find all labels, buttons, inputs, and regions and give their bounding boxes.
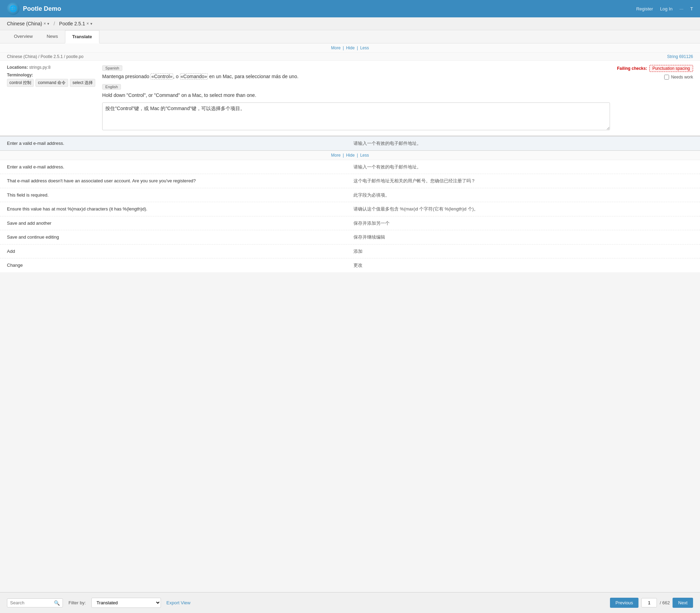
tab-news[interactable]: News — [40, 30, 65, 43]
failing-checks-label: Failing checks: — [617, 66, 647, 71]
tr-source-6: Add — [7, 248, 353, 255]
source-lang-tag: Spanish — [102, 65, 122, 71]
more-sep-1: | — [343, 45, 345, 50]
breadcrumb-bar: Chinese (China) × ▾ / Pootle 2.5.1 × ▾ — [0, 17, 700, 30]
more-link-1[interactable]: More — [331, 45, 341, 50]
location-row: Locations: strings.py:8 — [7, 65, 95, 70]
table-row: Add 添加 — [0, 245, 700, 259]
current-unit-row: Enter a valid e-mail address. 请输入一个有效的电子… — [0, 136, 700, 151]
user-initial: T — [690, 6, 693, 11]
tr-target-3: 请确认这个值最多包含 %(max)d 个字符(它有 %(length)d 个)。 — [353, 206, 693, 213]
hide-link-1[interactable]: Hide — [346, 45, 355, 50]
header-nav: Register Log In — T — [636, 6, 693, 11]
current-unit-target: 请输入一个有效的电子邮件地址。 — [353, 140, 693, 147]
more-link-2[interactable]: More — [331, 153, 341, 158]
project2-label: Pootle 2.5.1 — [59, 21, 85, 26]
table-row: Ensure this value has at most %(max)d ch… — [0, 202, 700, 216]
middle-panel: Spanish Mantenga presionado «Control», o… — [102, 65, 610, 131]
string-info-bar: Chinese (China) / Pootle 2.5.1 / pootle.… — [0, 53, 700, 61]
header: 🌐 Pootle Demo Register Log In — T — [0, 0, 700, 17]
content-area: More | Hide | Less Chinese (China) / Poo… — [0, 43, 700, 297]
needs-work-area: Needs work — [664, 75, 693, 80]
terminology-label: Terminology: — [7, 73, 33, 77]
less-link-1[interactable]: Less — [360, 45, 369, 50]
right-panel: Failing checks: Punctuation spacing Need… — [617, 65, 693, 131]
tr-source-1: That e-mail address doesn't have an asso… — [7, 177, 353, 184]
check-badge[interactable]: Punctuation spacing — [649, 65, 693, 72]
project1-label: Chinese (China) — [7, 21, 42, 26]
table-row: This field is required. 此字段为必填项。 — [0, 188, 700, 202]
current-unit-source: Enter a valid e-mail address. — [7, 140, 353, 147]
tr-source-7: Change — [7, 262, 353, 269]
tr-target-6: 添加 — [353, 248, 693, 255]
editor-inner: Locations: strings.py:8 Terminology: con… — [0, 61, 700, 135]
translation-list: Enter a valid e-mail address. 请输入一个有效的电子… — [0, 160, 700, 272]
left-panel: Locations: strings.py:8 Terminology: con… — [7, 65, 95, 131]
tr-target-2: 此字段为必填项。 — [353, 192, 693, 199]
term-tag-2: select 选择 — [70, 79, 95, 87]
table-row: Save and add another 保存并添加另一个 — [0, 216, 700, 231]
register-link[interactable]: Register — [636, 6, 653, 11]
highlight-control: «Control» — [150, 73, 173, 80]
table-row: Enter a valid e-mail address. 请输入一个有效的电子… — [0, 160, 700, 174]
project1-dropdown-icon[interactable]: ▾ — [47, 22, 49, 26]
tab-translate[interactable]: Translate — [65, 30, 99, 43]
project1-close-icon[interactable]: × — [43, 21, 46, 26]
location-label: Locations: — [7, 65, 28, 70]
more-sep-2: | — [357, 45, 359, 50]
table-row: Save and continue editing 保存并继续编辑 — [0, 230, 700, 245]
header-sep: — — [679, 7, 683, 11]
tr-target-1: 这个电子邮件地址无相关的用户帐号。您确信已经注册了吗？ — [353, 177, 693, 184]
tr-source-3: Ensure this value has at most %(max)d ch… — [7, 206, 353, 213]
breadcrumb-separator: / — [54, 21, 55, 26]
editor-area: Locations: strings.py:8 Terminology: con… — [0, 61, 700, 136]
more-sep-4: | — [357, 153, 359, 158]
logo: 🌐 Pootle Demo — [7, 2, 61, 15]
tr-source-5: Save and continue editing — [7, 234, 353, 241]
terminology-row: Terminology: control 控制 command 命令 selec… — [7, 73, 95, 87]
needs-work-label: Needs work — [671, 75, 693, 80]
tr-source-4: Save and add another — [7, 220, 353, 227]
tr-source-0: Enter a valid e-mail address. — [7, 164, 353, 171]
more-bar-2: More | Hide | Less — [0, 151, 700, 160]
string-path: Chinese (China) / Pootle 2.5.1 / pootle.… — [7, 54, 83, 59]
term-tag-0: control 控制 — [7, 79, 34, 87]
logo-icon: 🌐 — [7, 2, 19, 15]
source-text: Mantenga presionado «Control», o «Comand… — [102, 73, 610, 80]
needs-work-checkbox[interactable] — [664, 75, 669, 80]
login-link[interactable]: Log In — [660, 6, 673, 11]
english-text: Hold down "Control", or "Command" on a M… — [102, 92, 610, 99]
breadcrumb-project1: Chinese (China) × ▾ — [7, 21, 49, 26]
tr-target-7: 更改 — [353, 262, 693, 269]
english-lang-tag: English — [102, 84, 121, 90]
tr-target-0: 请输入一个有效的电子邮件地址。 — [353, 164, 693, 171]
failing-checks-row: Failing checks: Punctuation spacing — [617, 65, 693, 72]
table-row: Change 更改 — [0, 258, 700, 272]
tabs-bar: Overview News Translate — [0, 30, 700, 43]
hide-link-2[interactable]: Hide — [346, 153, 355, 158]
app-title: Pootle Demo — [23, 5, 61, 13]
more-bar-1: More | Hide | Less — [0, 43, 700, 53]
translation-input[interactable]: 按住"Control"键，或 Mac 的"Command"键，可以选择多个项目。 — [102, 102, 610, 130]
less-link-2[interactable]: Less — [360, 153, 369, 158]
term-tag-1: command 命令 — [35, 79, 68, 87]
project2-dropdown-icon[interactable]: ▾ — [90, 22, 92, 26]
tr-target-4: 保存并添加另一个 — [353, 220, 693, 227]
project2-close-icon[interactable]: × — [87, 21, 89, 26]
more-sep-3: | — [343, 153, 345, 158]
tr-source-2: This field is required. — [7, 192, 353, 199]
highlight-comando: «Comando» — [180, 73, 208, 80]
location-value: strings.py:8 — [29, 65, 50, 70]
breadcrumb-project2: Pootle 2.5.1 × ▾ — [59, 21, 92, 26]
term-tags: control 控制 command 命令 select 选择 — [7, 79, 95, 87]
tab-overview[interactable]: Overview — [7, 30, 40, 43]
tr-target-5: 保存并继续编辑 — [353, 234, 693, 241]
table-row: That e-mail address doesn't have an asso… — [0, 174, 700, 188]
string-id: String 691126 — [667, 54, 693, 59]
